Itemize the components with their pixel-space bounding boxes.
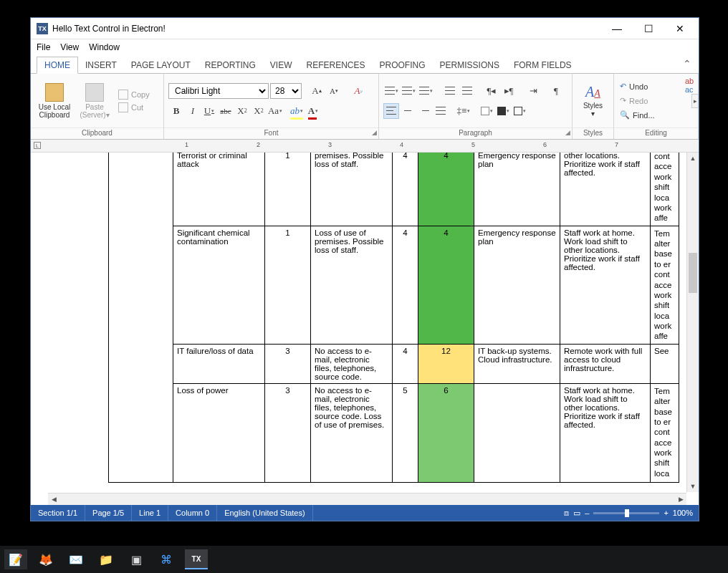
scroll-right-icon[interactable]: ▶: [675, 493, 686, 505]
tab-proofing[interactable]: PROOFING: [373, 57, 433, 73]
replace-icon[interactable]: abac: [685, 77, 694, 94]
cell-plan[interactable]: [474, 383, 560, 482]
cell-risk[interactable]: IT failure/loss of data: [173, 344, 265, 383]
copy-button[interactable]: Copy: [115, 89, 153, 100]
align-left-button[interactable]: [383, 103, 399, 119]
zoom-in-button[interactable]: +: [664, 509, 668, 517]
redo-button[interactable]: ↷Redo: [617, 94, 651, 108]
shrink-font-button[interactable]: A▾: [326, 83, 342, 99]
ribbon-overflow-button[interactable]: ▸: [691, 94, 699, 108]
taskbar-vscode-icon[interactable]: ⌘: [155, 549, 178, 569]
cell-overflow[interactable]: Tem alter base to er cont acce work shif…: [651, 383, 679, 482]
scroll-left-icon[interactable]: ◀: [48, 493, 59, 505]
minimize-button[interactable]: —: [601, 19, 633, 39]
font-name-select[interactable]: Calibri Light: [168, 83, 269, 99]
cell-mitigation[interactable]: other locations. Prioritize work if staf…: [560, 153, 651, 226]
taskbar-mail-icon[interactable]: ✉️: [64, 549, 87, 569]
cell-desc[interactable]: premises. Possible loss of staff.: [311, 153, 393, 226]
underline-button[interactable]: U▾: [201, 103, 217, 119]
cell-impact[interactable]: 4: [393, 226, 418, 344]
undo-button[interactable]: ↶Undo: [617, 80, 651, 94]
find-button[interactable]: 🔍Find...: [617, 108, 658, 122]
status-section[interactable]: Section 1/1: [31, 505, 85, 521]
status-page[interactable]: Page 1/5: [85, 505, 132, 521]
cell-risk[interactable]: Loss of power: [173, 383, 265, 482]
font-color-button[interactable]: A▾: [305, 103, 321, 119]
cell-mitigation[interactable]: Staff work at home. Work load shift to o…: [560, 226, 651, 344]
cell-score[interactable]: 4: [418, 226, 474, 344]
cut-button[interactable]: Cut: [115, 102, 153, 113]
table-row[interactable]: IT failure/loss of data 3 No access to e…: [109, 344, 679, 383]
multilevel-button[interactable]: ▾: [418, 83, 434, 99]
cell-likelihood[interactable]: 3: [265, 383, 311, 482]
maximize-button[interactable]: ☐: [633, 19, 664, 39]
tab-permissions[interactable]: PERMISSIONS: [433, 57, 507, 73]
line-spacing-button[interactable]: ‡≡▾: [456, 103, 471, 119]
frame-fill-button[interactable]: ▾: [495, 103, 511, 119]
italic-button[interactable]: I: [185, 103, 201, 119]
scroll-down-icon[interactable]: ▼: [687, 481, 699, 492]
font-launcher-icon[interactable]: ◢: [372, 129, 377, 136]
fit-width-icon[interactable]: ⧈: [564, 509, 569, 518]
fit-page-icon[interactable]: ▭: [573, 509, 580, 518]
highlight-button[interactable]: ab▾: [289, 103, 305, 119]
status-column[interactable]: Column 0: [168, 505, 217, 521]
taskbar-notes-icon[interactable]: 📝: [4, 549, 27, 569]
tab-references[interactable]: REFERENCES: [300, 57, 373, 73]
status-line[interactable]: Line 1: [132, 505, 168, 521]
cell-desc[interactable]: Loss of use of premises. Possible loss o…: [311, 226, 393, 344]
table-row[interactable]: Significant chemical contamination 1 Los…: [109, 226, 679, 344]
change-case-button[interactable]: Aa▾: [267, 103, 283, 119]
ribbon-collapse-icon[interactable]: ⌃: [683, 58, 691, 69]
clear-formatting-button[interactable]: Aᵧ: [350, 83, 366, 99]
paste-button[interactable]: Paste (Server)▾: [75, 77, 114, 125]
table-row[interactable]: Terrorist or criminal attack 1 premises.…: [109, 153, 679, 226]
grow-font-button[interactable]: A▴: [309, 83, 325, 99]
styles-button[interactable]: AA Styles▾: [577, 77, 609, 125]
align-justify-button[interactable]: [433, 103, 449, 119]
tab-home[interactable]: HOME: [37, 57, 78, 74]
cell-plan[interactable]: Emergency response plan: [474, 226, 560, 344]
outdent-button[interactable]: [442, 83, 458, 99]
ltr-button[interactable]: ¶◂: [484, 83, 499, 99]
horizontal-ruler[interactable]: L 1 2 3 4 5 6 7: [31, 140, 699, 153]
numbering-button[interactable]: ▾: [401, 83, 416, 99]
cell-impact[interactable]: 4: [393, 344, 418, 383]
horizontal-scrollbar[interactable]: ◀ ▶: [48, 493, 686, 505]
cell-score[interactable]: 4: [418, 153, 474, 226]
taskbar-firefox-icon[interactable]: 🦊: [34, 549, 57, 569]
taskbar-files-icon[interactable]: 📁: [95, 549, 118, 569]
taskbar-terminal-icon[interactable]: ▣: [125, 549, 148, 569]
tab-formfields[interactable]: FORM FIELDS: [507, 57, 579, 73]
cell-likelihood[interactable]: 3: [265, 344, 311, 383]
tab-pagelayout[interactable]: PAGE LAYOUT: [124, 57, 198, 73]
risk-table[interactable]: Terrorist or criminal attack 1 premises.…: [108, 153, 679, 483]
align-center-button[interactable]: [400, 103, 416, 119]
menu-view[interactable]: View: [60, 42, 79, 52]
zoom-slider-thumb[interactable]: [625, 509, 629, 517]
zoom-level[interactable]: 100%: [673, 509, 693, 517]
borders-button[interactable]: ▾: [512, 103, 527, 119]
cell-overflow[interactable]: See: [651, 344, 679, 383]
tab-type-icon[interactable]: L: [34, 142, 41, 149]
table-row[interactable]: Loss of power 3 No access to e-mail, ele…: [109, 383, 679, 482]
bold-button[interactable]: B: [168, 103, 184, 119]
strike-button[interactable]: abc: [218, 103, 234, 119]
cell-likelihood[interactable]: 1: [265, 153, 311, 226]
align-right-button[interactable]: [416, 103, 432, 119]
cell-mitigation[interactable]: Remote work with full access to cloud in…: [560, 344, 651, 383]
superscript-button[interactable]: X2: [251, 103, 267, 119]
paragraph-launcher-icon[interactable]: ◢: [565, 129, 570, 136]
bullets-button[interactable]: ▾: [383, 83, 399, 99]
shading-button[interactable]: ▾: [479, 103, 494, 119]
cell-score[interactable]: 6: [418, 383, 474, 482]
tab-view[interactable]: VIEW: [263, 57, 300, 73]
use-local-clipboard-button[interactable]: Use Local Clipboard: [35, 77, 74, 125]
show-marks-button[interactable]: ¶: [548, 83, 564, 99]
cell-desc[interactable]: No access to e-mail, electronic files, t…: [311, 383, 393, 482]
font-size-select[interactable]: 28: [270, 83, 302, 99]
cell-plan[interactable]: IT back-up systems. Cloud infrastructure…: [474, 344, 560, 383]
document-page[interactable]: Terrorist or criminal attack 1 premises.…: [31, 153, 699, 505]
zoom-out-button[interactable]: –: [585, 509, 589, 517]
tab-reporting[interactable]: REPORTING: [198, 57, 263, 73]
